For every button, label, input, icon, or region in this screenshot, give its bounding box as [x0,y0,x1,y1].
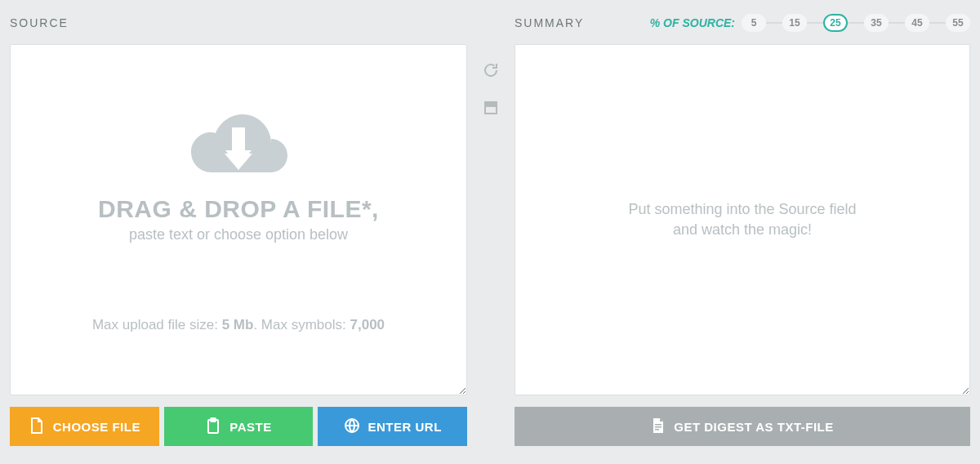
source-label: SOURCE [10,16,69,29]
percent-connector [889,22,905,24]
summary-panel[interactable]: Put something into the Source field and … [514,44,970,395]
svg-rect-2 [211,418,216,422]
svg-rect-5 [485,102,497,106]
source-panel[interactable]: DRAG & DROP A FILE*, paste text or choos… [10,44,467,395]
paste-label: PASTE [229,420,271,434]
doc-icon [651,417,674,437]
percent-option-55[interactable]: 55 [946,14,970,32]
new-window-icon [483,100,499,119]
percent-option-15[interactable]: 15 [782,14,807,32]
cloud-download-icon [181,106,296,187]
percent-option-45[interactable]: 45 [905,14,929,32]
summary-placeholder: Put something into the Source field and … [515,45,969,395]
drop-area[interactable]: DRAG & DROP A FILE*, paste text or choos… [11,45,466,395]
max-note: Max upload file size: 5 Mb. Max symbols:… [92,317,385,333]
enter-url-label: ENTER URL [368,420,442,434]
refresh-icon [482,61,500,83]
percent-option-5[interactable]: 5 [742,14,766,32]
percent-connector [929,22,946,24]
percent-connector [766,22,782,24]
get-digest-label: GET DIGEST AS TXT-FILE [674,420,833,434]
svg-rect-8 [655,429,659,431]
summary-label: SUMMARY [514,16,584,29]
svg-rect-6 [655,424,662,426]
choose-file-label: CHOOSE FILE [53,420,140,434]
percent-connector [848,22,864,24]
svg-rect-7 [655,426,662,428]
drop-subtitle: paste text or choose option below [129,226,348,243]
paste-button[interactable]: PASTE [164,407,314,446]
new-window-button[interactable] [479,98,502,121]
drop-title: DRAG & DROP A FILE*, [98,195,379,223]
file-icon [29,417,53,437]
percent-of-source-label: % OF SOURCE: [650,16,735,29]
clipboard-icon [205,417,229,437]
choose-file-button[interactable]: CHOOSE FILE [10,407,159,446]
enter-url-button[interactable]: ENTER URL [318,407,467,446]
refresh-button[interactable] [479,60,502,83]
svg-rect-0 [232,127,245,152]
percent-slider: 51525354555 [742,14,970,32]
percent-connector [807,22,823,24]
percent-option-25[interactable]: 25 [823,14,848,32]
percent-option-35[interactable]: 35 [864,14,889,32]
get-digest-button[interactable]: GET DIGEST AS TXT-FILE [514,407,970,446]
globe-icon [344,417,368,436]
